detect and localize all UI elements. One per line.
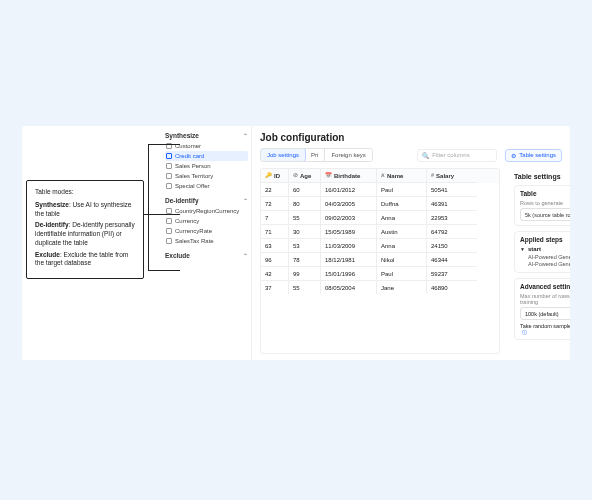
text-icon: ᴀ (381, 173, 385, 179)
sidebar-item-sales-person[interactable]: Sales Person (165, 161, 248, 171)
rows-to-generate-input[interactable]: 5k (source table rows) ⟳ (520, 208, 570, 221)
sidebar: Synthesize ⌃ Customer Credit card Sales … (162, 126, 252, 360)
sidebar-item-salestax-rate[interactable]: SalesTax Rate (165, 236, 248, 246)
table-header: 🔑ID ⊘Age 📅Birthdate ᴀName #Salary (261, 169, 499, 183)
advanced-settings-block: Advanced settings ⌃ Max number of rows u… (514, 278, 570, 340)
info-icon[interactable]: ⓘ (522, 329, 527, 335)
table-row[interactable]: 967818/12/1981Nikol46344 (261, 253, 499, 267)
table-row[interactable]: 429915/01/1996Paul59237 (261, 267, 499, 281)
table-modes-callout: Table modes: Synthesize: Use AI to synth… (26, 180, 144, 279)
tab-pri[interactable]: Pri (305, 149, 325, 161)
chevron-up-icon: ⌃ (243, 252, 248, 259)
chevron-up-icon: ⌃ (243, 132, 248, 139)
applied-steps-block: Applied steps ⌃ ▼ start 🔒 AI-Powered Gen… (514, 231, 570, 273)
sidebar-section-synthesize[interactable]: Synthesize ⌃ (165, 130, 248, 141)
tab-job-settings[interactable]: Job settings (260, 148, 306, 162)
caret-down-icon: ▼ (520, 246, 525, 252)
table-row[interactable]: 713015/05/1989Austin64792 (261, 225, 499, 239)
chevron-up-icon: ⌃ (243, 197, 248, 204)
step-ai-generation[interactable]: AI-Powered Generation ⊖ (520, 261, 570, 267)
callout-title: Table modes: (35, 188, 135, 197)
sidebar-item-currency-rate[interactable]: CurrencyRate (165, 226, 248, 236)
table-settings-button[interactable]: ⚙ Table settings (505, 149, 562, 162)
table-row[interactable]: 75509/02/2003Anna22953 (261, 211, 499, 225)
data-table: 🔑ID ⊘Age 📅Birthdate ᴀName #Salary 226016… (260, 168, 500, 354)
sidebar-item-customer[interactable]: Customer (165, 141, 248, 151)
table-row[interactable]: 635311/03/2009Anna24150 (261, 239, 499, 253)
sidebar-section-exclude[interactable]: Exclude ⌃ (165, 250, 248, 261)
gear-icon: ⚙ (511, 152, 516, 159)
tabs: Job settings Pri Foreign keys (260, 148, 373, 162)
step-start[interactable]: ▼ start 🔒 (520, 246, 570, 252)
panel-title: Table settings (514, 173, 561, 180)
table-row[interactable]: 375508/05/2004Jane46890 (261, 281, 499, 294)
step-ai-generation[interactable]: AI-Powered Generation ⊖ (520, 254, 570, 260)
sidebar-item-special-offer[interactable]: Special Offer (165, 181, 248, 191)
main-content: Job configuration Job settings Pri Forei… (252, 126, 570, 360)
table-row[interactable]: 728004/03/2005Duffna46391 (261, 197, 499, 211)
number-icon: ⊘ (293, 173, 298, 179)
sidebar-item-credit-card[interactable]: Credit card (165, 151, 248, 161)
sidebar-section-deidentify[interactable]: De-identify ⌃ (165, 195, 248, 206)
hash-icon: # (431, 173, 434, 179)
table-settings-panel: Table settings × Table ⌃ Rows to generat… (510, 168, 570, 354)
calendar-icon: 📅 (325, 173, 332, 179)
sidebar-item-currency[interactable]: Currency (165, 216, 248, 226)
tab-foreign-keys[interactable]: Foreign keys (325, 149, 371, 161)
key-icon: 🔑 (265, 173, 272, 179)
filter-columns-input[interactable]: 🔍 Filter columns (417, 149, 497, 162)
page-title: Job configuration (260, 132, 562, 143)
toolbar: Job settings Pri Foreign keys 🔍 Filter c… (260, 148, 562, 162)
max-rows-select[interactable]: 100k (default) ⧉ (520, 307, 570, 320)
table-row[interactable]: 226016/01/2012Paul50541 (261, 183, 499, 197)
search-icon: 🔍 (422, 152, 429, 159)
sidebar-item-sales-territory[interactable]: Sales Territory (165, 171, 248, 181)
table-block: Table ⌃ Rows to generate 5k (source tabl… (514, 185, 570, 226)
